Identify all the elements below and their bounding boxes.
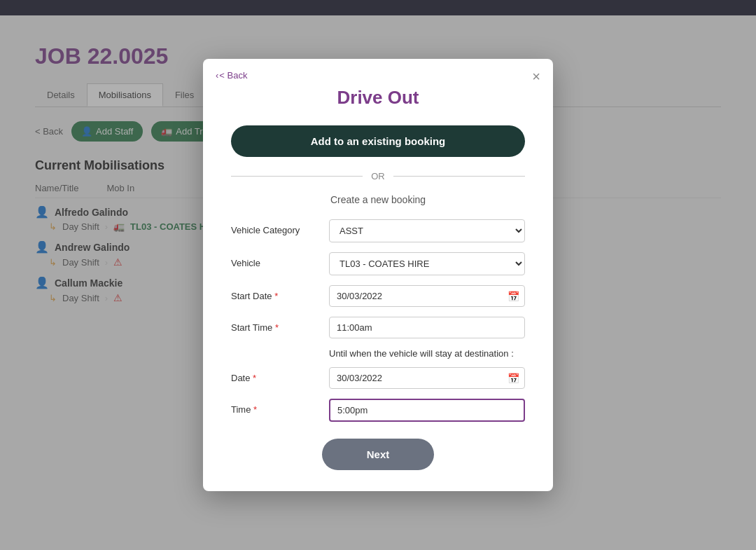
modal-overlay: ‹ < Back × Drive Out Add to an existing … [0, 0, 756, 550]
required-marker: * [274, 291, 278, 301]
next-button[interactable]: Next [322, 439, 434, 470]
end-date-input-wrapper: 📅 [329, 367, 525, 389]
modal-close-button[interactable]: × [532, 69, 540, 85]
required-marker: * [253, 404, 257, 415]
modal-back-button[interactable]: ‹ < Back [216, 70, 247, 81]
chevron-left-icon: ‹ [216, 70, 218, 81]
end-time-label: Time * [231, 399, 322, 415]
or-divider: OR [231, 171, 525, 181]
start-date-input-wrapper: 📅 [329, 285, 525, 307]
divider-line-right [393, 176, 525, 177]
create-new-booking-label: Create a new booking [231, 194, 525, 205]
start-time-row: Start Time * [231, 317, 525, 338]
end-date-label: Date * [231, 367, 322, 383]
until-label: Until when the vehicle will stay at dest… [329, 348, 525, 359]
or-text: OR [371, 171, 385, 181]
vehicle-row: Vehicle TL03 - COATES HIRE VAN01 TRUCK02 [231, 252, 525, 275]
calendar-icon[interactable]: 📅 [507, 291, 519, 302]
end-date-row: Date * 📅 [231, 367, 525, 389]
vehicle-label: Vehicle [231, 252, 322, 268]
start-time-label: Start Time * [231, 317, 322, 333]
vehicle-category-row: Vehicle Category ASST VAN TRUCK BUS [231, 219, 525, 242]
calendar-icon[interactable]: 📅 [507, 373, 519, 384]
required-marker: * [253, 373, 256, 383]
start-date-row: Start Date * 📅 [231, 285, 525, 307]
start-date-label: Start Date * [231, 285, 322, 301]
end-time-row: Time * [231, 399, 525, 422]
vehicle-select[interactable]: TL03 - COATES HIRE VAN01 TRUCK02 [329, 252, 525, 275]
add-to-existing-booking-button[interactable]: Add to an existing booking [231, 125, 525, 157]
end-date-input[interactable] [329, 367, 525, 389]
required-marker: * [275, 322, 279, 333]
drive-out-modal: ‹ < Back × Drive Out Add to an existing … [203, 59, 553, 491]
modal-title: Drive Out [231, 87, 525, 109]
start-time-input[interactable] [329, 317, 525, 338]
end-time-input[interactable] [329, 399, 525, 422]
vehicle-category-label: Vehicle Category [231, 219, 322, 235]
divider-line-left [231, 176, 363, 177]
vehicle-category-select[interactable]: ASST VAN TRUCK BUS [329, 219, 525, 242]
start-date-input[interactable] [329, 285, 525, 307]
